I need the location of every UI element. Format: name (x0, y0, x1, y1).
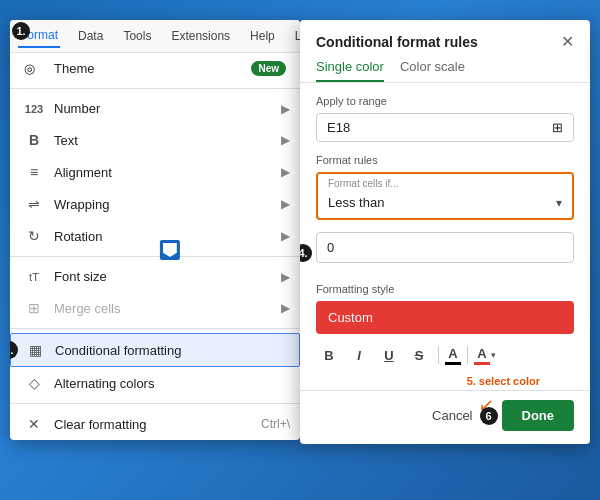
text-color-underline (445, 362, 461, 365)
text-color-label: A (448, 346, 457, 361)
cf-tab-single-color[interactable]: Single color (316, 59, 384, 82)
done-button-wrap: 6 Done (502, 400, 575, 431)
menu-item-rotation[interactable]: ↻ Rotation ▶ (10, 220, 300, 252)
divider-1 (10, 88, 300, 89)
conditional-formatting-icon: ▦ (25, 342, 45, 358)
clear-formatting-label: Clear formatting (54, 417, 146, 432)
alignment-icon: ≡ (24, 164, 44, 180)
number-label: Number (54, 101, 100, 116)
fill-color-button[interactable]: A (474, 346, 490, 365)
cf-footer: Cancel 6 Done (300, 390, 590, 444)
divider-2 (10, 256, 300, 257)
fill-color-underline (474, 362, 490, 365)
menu-item-conditional-formatting[interactable]: ▦ Conditional formatting (10, 333, 300, 367)
alignment-label: Alignment (54, 165, 112, 180)
cf-title: Conditional format rules (316, 34, 478, 50)
toolbar-separator-1 (438, 346, 439, 364)
theme-label: Theme (54, 61, 94, 76)
formatting-style-label: Formatting style (316, 283, 574, 295)
italic-button[interactable]: I (346, 342, 372, 368)
range-grid-icon: ⊞ (552, 120, 563, 135)
format-cells-if-label: Format cells if... (318, 174, 572, 191)
fontsize-icon: tT (24, 271, 44, 283)
menu-item-fontsize[interactable]: tT Font size ▶ (10, 261, 300, 292)
menu-item-text[interactable]: B Text ▶ (10, 124, 300, 156)
divider-3 (10, 328, 300, 329)
format-cells-if-chevron: ▾ (556, 196, 562, 210)
value-input[interactable] (316, 232, 574, 263)
format-menu: Format Data Tools Extensions Help Las...… (10, 20, 300, 440)
apply-to-range-label: Apply to range (316, 95, 574, 107)
format-toolbar: B I U S A A ▾ (316, 342, 574, 368)
fill-color-group: A ▾ (474, 346, 496, 365)
cf-close-button[interactable]: ✕ (561, 32, 574, 51)
text-icon: B (24, 132, 44, 148)
divider-4 (10, 403, 300, 404)
menu-tab-data[interactable]: Data (76, 25, 105, 47)
rotation-icon: ↻ (24, 228, 44, 244)
menu-tab-tools[interactable]: Tools (121, 25, 153, 47)
clear-formatting-shortcut: Ctrl+\ (261, 417, 290, 431)
cf-tabs: Single color Color scale (300, 51, 590, 83)
step-5-label: 5. select color (467, 375, 540, 387)
step-4-bubble: 4. (300, 244, 312, 262)
cf-panel: Conditional format rules ✕ Single color … (300, 20, 590, 444)
menu-item-mergecells[interactable]: ⊞ Merge cells ▶ (10, 292, 300, 324)
menu-item-wrapping[interactable]: ⇌ Wrapping ▶ (10, 188, 300, 220)
number-arrow: ▶ (281, 102, 290, 116)
mergecells-icon: ⊞ (24, 300, 44, 316)
menu-item-alignment[interactable]: ≡ Alignment ▶ (10, 156, 300, 188)
alignment-arrow: ▶ (281, 165, 290, 179)
clear-formatting-icon: ✕ (24, 416, 44, 432)
fill-color-label: A (477, 346, 486, 361)
wrapping-icon: ⇌ (24, 196, 44, 212)
theme-row[interactable]: ◎ Theme New (10, 53, 300, 84)
alternating-colors-label: Alternating colors (54, 376, 154, 391)
alternating-colors-icon: ◇ (24, 375, 44, 391)
fontsize-arrow: ▶ (281, 270, 290, 284)
cf-tab-color-scale[interactable]: Color scale (400, 59, 465, 82)
wrapping-arrow: ▶ (281, 197, 290, 211)
strikethrough-button[interactable]: S (406, 342, 432, 368)
new-badge: New (251, 61, 286, 76)
wrapping-label: Wrapping (54, 197, 109, 212)
menu-item-alternating-colors[interactable]: ◇ Alternating colors (10, 367, 300, 399)
range-input-row[interactable]: E18 ⊞ (316, 113, 574, 142)
menu-item-number[interactable]: 123 Number ▶ (10, 93, 300, 124)
mergecells-arrow: ▶ (281, 301, 290, 315)
format-cells-if-select[interactable]: Less than ▾ (318, 191, 572, 218)
toolbar-separator-2 (467, 346, 468, 364)
rotation-label: Rotation (54, 229, 102, 244)
underline-button[interactable]: U (376, 342, 402, 368)
theme-icon: ◎ (24, 61, 44, 76)
done-button[interactable]: Done (502, 400, 575, 431)
menu-tab-extensions[interactable]: Extensions (169, 25, 232, 47)
bold-button[interactable]: B (316, 342, 342, 368)
mergecells-label: Merge cells (54, 301, 120, 316)
step-1-bubble: 1. (12, 22, 30, 40)
format-cells-if-box[interactable]: 3. Format cells if... Less than ▾ (316, 172, 574, 220)
menu-tab-help[interactable]: Help (248, 25, 277, 47)
menu-tab-last[interactable]: Las... (293, 25, 300, 47)
cf-header: Conditional format rules ✕ (300, 20, 590, 51)
format-rules-label: Format rules (316, 154, 574, 166)
fill-color-with-arrow[interactable]: A ▾ (474, 346, 496, 365)
step-6-bubble: 6 (480, 407, 498, 425)
fill-color-dropdown-arrow[interactable]: ▾ (491, 350, 496, 360)
cf-body: Apply to range E18 ⊞ Format rules 3. For… (300, 83, 590, 390)
rotation-arrow: ▶ (281, 229, 290, 243)
range-value: E18 (327, 120, 350, 135)
text-arrow: ▶ (281, 133, 290, 147)
text-color-button[interactable]: A (445, 346, 461, 365)
menu-item-clear-formatting[interactable]: ✕ Clear formatting Ctrl+\ (10, 408, 300, 440)
menu-top-bar: Format Data Tools Extensions Help Las... (10, 20, 300, 53)
fontsize-label: Font size (54, 269, 107, 284)
text-label: Text (54, 133, 78, 148)
number-icon: 123 (24, 103, 44, 115)
conditional-formatting-label: Conditional formatting (55, 343, 181, 358)
custom-style-bar[interactable]: Custom (316, 301, 574, 334)
format-cells-if-value: Less than (328, 195, 384, 210)
